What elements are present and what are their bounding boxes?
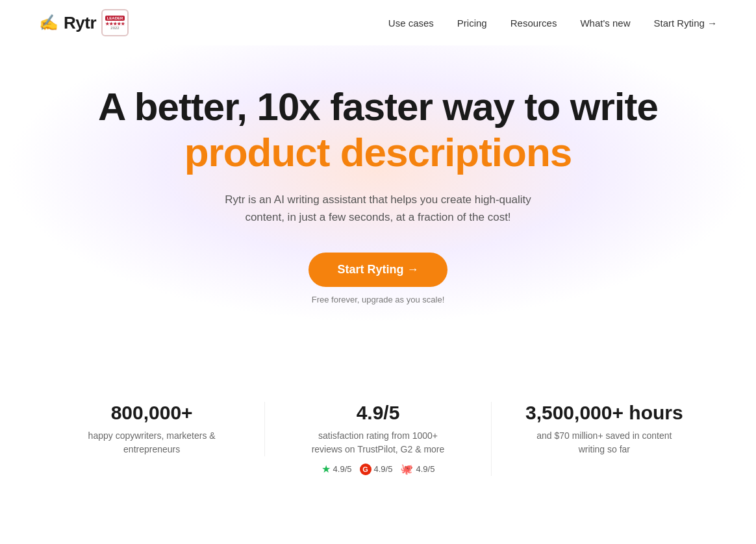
g2-score: 4.9/5 <box>374 464 393 474</box>
hero-content: A better, 10x faster way to write produc… <box>26 84 730 304</box>
hero-title-highlight: product descriptions <box>26 129 730 175</box>
trustpilot-star-icon: ★ <box>321 463 331 475</box>
nav-resources[interactable]: Resources <box>510 18 557 29</box>
logo-icon: ✍️ <box>39 14 58 32</box>
nav-pricing[interactable]: Pricing <box>457 18 487 29</box>
nav-whats-new[interactable]: What's new <box>580 18 630 29</box>
stat-rating: 4.9/5 satisfaction rating from 1000+ rev… <box>265 402 491 476</box>
stat-rating-label: satisfaction rating from 1000+ reviews o… <box>307 429 449 456</box>
stat-rating-number: 4.9/5 <box>284 402 471 424</box>
stat-users: 800,000+ happy copywriters, marketers & … <box>39 402 265 456</box>
hero-title-line1: A better, 10x faster way to write <box>98 85 658 129</box>
capterra-score: 4.9/5 <box>416 464 435 474</box>
stat-hours-number: 3,500,000+ hours <box>511 402 698 424</box>
stat-ratings-row: ★ 4.9/5 G 4.9/5 🐙 4.9/5 <box>284 463 471 476</box>
stats-section: 800,000+ happy copywriters, marketers & … <box>0 369 756 502</box>
nav-start-ryting[interactable]: Start Ryting → <box>653 18 717 29</box>
stat-hours: 3,500,000+ hours and $70 million+ saved … <box>492 402 717 456</box>
trustpilot-rating: ★ 4.9/5 <box>321 463 352 475</box>
hero-cta-button[interactable]: Start Ryting → <box>309 253 447 287</box>
capterra-icon: 🐙 <box>400 463 413 476</box>
g2-icon: G <box>360 464 372 475</box>
badge-tag: Leader <box>105 16 125 21</box>
hero-free-text: Free forever, upgrade as you scale! <box>26 295 730 304</box>
hero-title: A better, 10x faster way to write produc… <box>26 84 730 175</box>
stat-users-label: happy copywriters, marketers & entrepren… <box>81 429 223 456</box>
hero-subtitle: Rytr is an AI writing assistant that hel… <box>209 191 547 226</box>
g2-rating: G 4.9/5 <box>360 464 393 475</box>
brand-name: Rytr <box>64 13 96 33</box>
logo-area[interactable]: ✍️ Rytr Leader ★★★★★ 2022 <box>39 9 129 36</box>
trustpilot-score: 4.9/5 <box>333 464 352 474</box>
nav-links: Use cases Pricing Resources What's new S… <box>388 18 717 29</box>
stat-users-number: 800,000+ <box>58 402 245 424</box>
badge-year: 2022 <box>110 26 119 30</box>
navbar: ✍️ Rytr Leader ★★★★★ 2022 Use cases Pric… <box>0 0 756 45</box>
stat-hours-label: and $70 million+ saved in content writin… <box>533 429 675 456</box>
hero-section: A better, 10x faster way to write produc… <box>0 45 756 356</box>
nav-use-cases[interactable]: Use cases <box>388 18 434 29</box>
capterra-rating: 🐙 4.9/5 <box>400 463 435 476</box>
leader-badge: Leader ★★★★★ 2022 <box>101 9 129 36</box>
badge-stars: ★★★★★ <box>105 21 125 26</box>
